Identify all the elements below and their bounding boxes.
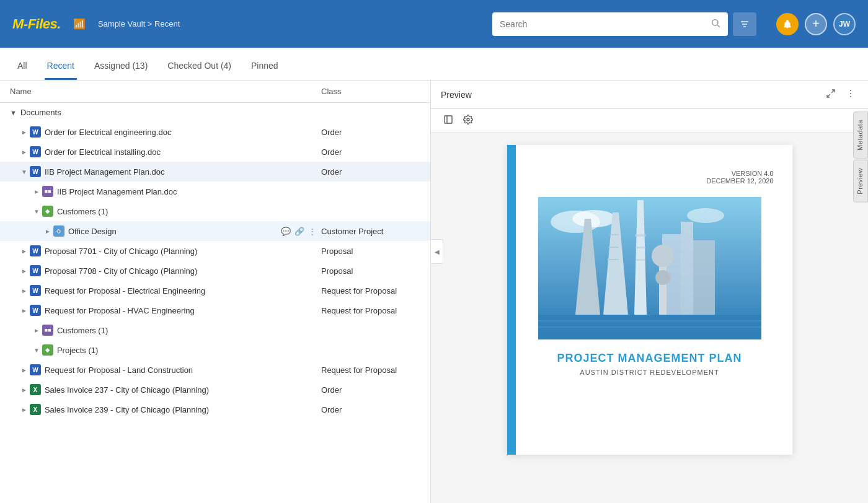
chevron-down-icon: ▼ — [33, 347, 40, 354]
item-class: Request for Proposal — [321, 365, 420, 375]
col-class-header: Class — [321, 87, 420, 96]
item-name: Request for Proposal - Electrical Engine… — [45, 286, 321, 295]
search-box — [492, 12, 728, 36]
tab-recent[interactable]: Recent — [45, 61, 77, 80]
search-input[interactable] — [500, 19, 706, 29]
item-name: Request for Proposal - HVAC Engineering — [45, 306, 321, 315]
word-icon: W — [30, 166, 41, 177]
metadata-tab[interactable]: Metadata — [853, 112, 868, 159]
list-item[interactable]: ► W Request for Proposal - HVAC Engineer… — [0, 300, 430, 320]
item-name: Sales Invoice 237 - City of Chicago (Pla… — [45, 385, 321, 395]
svg-line-1 — [717, 25, 720, 27]
item-name: IIB Project Management Plan.doc — [57, 187, 321, 196]
chevron-right-icon: ► — [45, 228, 51, 235]
item-name: Customers (1) — [57, 326, 321, 335]
preview-header: Preview — [431, 81, 868, 109]
svg-point-16 — [687, 208, 724, 223]
svg-rect-23 — [636, 247, 645, 248]
comment-icon[interactable]: 💬 — [281, 227, 291, 236]
sidebar-toggle-button[interactable] — [441, 112, 456, 129]
svg-point-15 — [572, 210, 616, 227]
sidebar-collapse-button[interactable]: ◀ — [431, 239, 443, 264]
side-tabs: Metadata Preview — [853, 112, 868, 204]
list-item[interactable]: ► W Request for Proposal - Electrical En… — [0, 281, 430, 300]
chevron-right-icon: ► — [33, 327, 40, 334]
customers-icon: ■■ — [42, 325, 53, 336]
chevron-right-icon: ► — [21, 149, 27, 155]
more-options-button[interactable] — [843, 86, 858, 103]
expand-button[interactable] — [823, 86, 838, 103]
section-label: Documents — [20, 108, 61, 117]
list-item[interactable]: ▼ ◆ Customers (1) — [0, 201, 430, 221]
word-icon: W — [30, 146, 41, 157]
settings-button[interactable] — [461, 112, 476, 129]
list-item-office-design[interactable]: ► ◇ Office Design 💬 🔗 ⋮ Customer Project — [0, 221, 430, 241]
section-documents[interactable]: ▼ Documents — [0, 103, 430, 122]
svg-rect-26 — [609, 234, 619, 235]
preview-title: Preview — [441, 90, 818, 100]
svg-rect-10 — [445, 116, 452, 123]
item-class: Request for Proposal — [321, 286, 420, 295]
svg-rect-28 — [607, 259, 619, 260]
svg-point-31 — [652, 245, 674, 267]
item-name: Office Design — [68, 227, 281, 236]
header: M-Files. 📶 Sample Vault > Recent + JW — [0, 0, 868, 48]
item-name: Customers (1) — [57, 207, 321, 216]
list-item[interactable]: ► X Sales Invoice 239 - City of Chicago … — [0, 400, 430, 419]
add-button[interactable]: + — [805, 13, 827, 35]
item-name: Projects (1) — [57, 346, 321, 355]
svg-rect-19 — [681, 222, 693, 315]
svg-rect-24 — [636, 259, 645, 261]
tab-assigned[interactable]: Assigned (13) — [92, 61, 150, 80]
svg-point-0 — [712, 19, 718, 25]
svg-rect-30 — [659, 259, 666, 315]
chevron-right-icon: ► — [21, 287, 27, 294]
list-item[interactable]: ► W Proposal 7701 - City of Chicago (Pla… — [0, 241, 430, 261]
item-class: Proposal — [321, 266, 420, 276]
item-class: Order — [321, 147, 420, 157]
word-icon: W — [30, 245, 41, 256]
list-item[interactable]: ► ■■ Customers (1) — [0, 320, 430, 340]
list-item[interactable]: ► X Sales Invoice 237 - City of Chicago … — [0, 380, 430, 400]
item-class: Proposal — [321, 247, 420, 256]
filter-button[interactable] — [733, 12, 756, 36]
word-icon: W — [30, 265, 41, 276]
item-name: Sales Invoice 239 - City of Chicago (Pla… — [45, 405, 321, 414]
excel-icon: X — [30, 404, 41, 415]
item-name: Order for Electrical installing.doc — [45, 147, 321, 157]
list-item[interactable]: ▼ ◆ Projects (1) — [0, 340, 430, 360]
word-icon: W — [30, 285, 41, 296]
preview-tab[interactable]: Preview — [853, 160, 868, 203]
preview-toolbar — [431, 109, 868, 133]
tab-pinned[interactable]: Pinned — [249, 61, 281, 80]
list-item[interactable]: ► ■■ IIB Project Management Plan.doc — [0, 182, 430, 201]
svg-point-32 — [655, 270, 670, 285]
svg-point-12 — [467, 118, 469, 121]
chevron-down-icon: ▼ — [21, 168, 27, 175]
doc-date-text: DECEMBER 12, 2020 — [706, 177, 773, 185]
svg-rect-22 — [635, 234, 646, 237]
doc-version: VERSION 4.0 DECEMBER 12, 2020 — [706, 170, 773, 185]
list-item[interactable]: ► W Request for Proposal - Land Construc… — [0, 360, 430, 380]
item-class: Request for Proposal — [321, 306, 420, 315]
chevron-right-icon: ► — [21, 248, 27, 255]
link-icon[interactable]: 🔗 — [294, 227, 304, 236]
search-container — [492, 12, 756, 36]
tabs-bar: All Recent Assigned (13) Checked Out (4)… — [0, 48, 868, 81]
tab-checked-out[interactable]: Checked Out (4) — [165, 61, 234, 80]
list-item[interactable]: ► W Order for Electrical engineering.doc… — [0, 122, 430, 142]
breadcrumb: Sample Vault > Recent — [98, 19, 180, 28]
customers-icon: ■■ — [42, 186, 53, 197]
item-name: Proposal 7701 - City of Chicago (Plannin… — [45, 247, 321, 256]
chevron-right-icon: ► — [33, 188, 40, 195]
list-item[interactable]: ► W Proposal 7708 - City of Chicago (Pla… — [0, 261, 430, 281]
tab-all[interactable]: All — [15, 61, 30, 80]
row-actions: 💬 🔗 ⋮ — [281, 227, 316, 236]
list-item[interactable]: ► W Order for Electrical installing.doc … — [0, 142, 430, 162]
notification-button[interactable] — [776, 13, 799, 35]
list-item-selected[interactable]: ▼ W IIB Project Management Plan.doc Orde… — [0, 162, 430, 182]
more-icon[interactable]: ⋮ — [308, 227, 316, 236]
chevron-right-icon: ► — [21, 129, 27, 136]
user-avatar[interactable]: JW — [833, 13, 856, 35]
chevron-right-icon: ► — [21, 307, 27, 314]
